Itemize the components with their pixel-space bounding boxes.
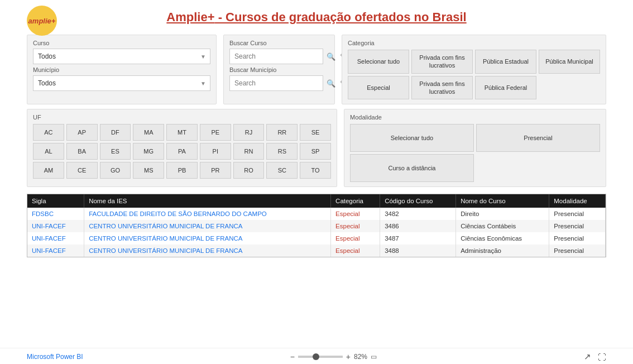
cell-modalidade: Presencial — [549, 245, 606, 257]
uf-btn-MG[interactable]: MG — [133, 143, 164, 160]
curso-select[interactable]: Todos — [33, 49, 210, 64]
buscar-municipio-wrapper: 🔍 ✎ — [229, 75, 329, 91]
zoom-slider[interactable] — [298, 356, 343, 358]
cell-nome[interactable]: FACULDADE DE DIREITO DE SÃO BERNARDO DO … — [84, 208, 331, 220]
uf-btn-AC[interactable]: AC — [33, 124, 64, 141]
buscar-municipio-label: Buscar Município — [229, 66, 329, 73]
modalidade-btn-2[interactable]: Curso a distância — [350, 154, 474, 182]
uf-row: UF ACAPDFMAMTPERJRRSEALBAESMGPAPIRNRSSPA… — [27, 109, 606, 187]
municipio-label: Município — [33, 66, 210, 73]
categoria-btn-5[interactable]: Privada sem fins lucrativos — [411, 76, 473, 100]
buscar-curso-search-icon[interactable]: 🔍 — [325, 52, 337, 61]
uf-btn-RN[interactable]: RN — [233, 143, 265, 160]
uf-btn-RJ[interactable]: RJ — [233, 124, 265, 141]
uf-btn-RO[interactable]: RO — [233, 162, 265, 179]
categoria-btn-4[interactable]: Especial — [348, 76, 409, 100]
categoria-label: Categoria — [348, 40, 600, 46]
categoria-btn-3[interactable]: Pública Municipal — [539, 50, 600, 74]
uf-btn-PA[interactable]: PA — [166, 143, 198, 160]
share-icon[interactable]: ↗ — [584, 352, 591, 362]
title-rest: - Cursos de graduação ofertados no Brasi… — [215, 10, 467, 24]
uf-btn-DF[interactable]: DF — [100, 124, 131, 141]
uf-label: UF — [33, 114, 331, 121]
cell-nome_curso: Ciências Contábeis — [456, 220, 549, 232]
table-row: UNI-FACEFCENTRO UNIVERSITÁRIO MUNICIPAL … — [27, 232, 606, 245]
categoria-btn-1[interactable]: Privada com fins lucrativos — [411, 50, 473, 74]
buscar-curso-wrapper: 🔍 ✎ — [229, 49, 329, 64]
logo-text: amplie+ — [28, 17, 56, 25]
categoria-btn-0[interactable]: Selecionar tudo — [348, 50, 409, 74]
cell-codigo: 3487 — [380, 232, 456, 245]
curso-group: Curso Todos ▼ — [33, 40, 210, 64]
cell-nome[interactable]: CENTRO UNIVERSITÁRIO MUNICIPAL DE FRANCA — [84, 245, 331, 257]
modalidade-grid: Selecionar tudoPresencialCurso a distânc… — [350, 124, 600, 182]
cell-nome_curso: Ciências Econômicas — [456, 232, 549, 245]
modalidade-label: Modalidade — [350, 114, 600, 121]
table-row: FDSBCFACULDADE DE DIREITO DE SÃO BERNARD… — [27, 208, 606, 220]
cell-categoria: Especial — [331, 232, 380, 245]
cell-categoria: Especial — [331, 220, 380, 232]
uf-btn-AP[interactable]: AP — [66, 124, 98, 141]
uf-btn-MA[interactable]: MA — [133, 124, 164, 141]
cell-codigo: 3486 — [380, 220, 456, 232]
municipio-select[interactable]: Todos — [33, 75, 210, 91]
zoom-plus-icon[interactable]: + — [346, 352, 351, 361]
table-body: FDSBCFACULDADE DE DIREITO DE SÃO BERNARD… — [27, 208, 606, 257]
cell-modalidade: Presencial — [549, 220, 606, 232]
modalidade-btn-0[interactable]: Selecionar tudo — [350, 124, 474, 152]
left-filter-panel: Curso Todos ▼ Município Todos ▼ — [27, 35, 217, 104]
uf-btn-AL[interactable]: AL — [33, 143, 64, 160]
uf-btn-AM[interactable]: AM — [33, 162, 64, 179]
uf-btn-PR[interactable]: PR — [200, 162, 231, 179]
uf-btn-SE[interactable]: SE — [300, 124, 331, 141]
categoria-btn-6[interactable]: Pública Federal — [475, 76, 536, 100]
zoom-controls: − + 82% ▭ — [290, 352, 377, 361]
col-header-código-do-curso: Código do Curso — [380, 194, 456, 208]
footer: Microsoft Power BI − + 82% ▭ ↗ ⛶ — [0, 348, 633, 364]
uf-btn-SP[interactable]: SP — [300, 143, 331, 160]
uf-btn-RR[interactable]: RR — [266, 124, 298, 141]
buscar-municipio-search-icon[interactable]: 🔍 — [325, 79, 337, 88]
uf-btn-TO[interactable]: TO — [300, 162, 331, 179]
col-header-sigla: Sigla — [27, 194, 84, 208]
cell-codigo: 3482 — [380, 208, 456, 220]
uf-btn-PB[interactable]: PB — [166, 162, 198, 179]
cell-sigla[interactable]: UNI-FACEF — [27, 232, 84, 245]
categoria-panel: Categoria Selecionar tudoPrivada com fin… — [342, 35, 606, 104]
data-table: SiglaNome da IESCategoriaCódigo do Curso… — [27, 194, 606, 257]
cell-sigla[interactable]: FDSBC — [27, 208, 84, 220]
uf-panel: UF ACAPDFMAMTPERJRRSEALBAESMGPAPIRNRSSPA… — [27, 109, 337, 187]
cell-sigla[interactable]: UNI-FACEF — [27, 220, 84, 232]
cell-categoria: Especial — [331, 245, 380, 257]
cell-nome[interactable]: CENTRO UNIVERSITÁRIO MUNICIPAL DE FRANCA — [84, 232, 331, 245]
cell-sigla[interactable]: UNI-FACEF — [27, 245, 84, 257]
uf-btn-PE[interactable]: PE — [200, 124, 231, 141]
uf-btn-ES[interactable]: ES — [100, 143, 131, 160]
curso-select-wrapper[interactable]: Todos ▼ — [33, 49, 210, 64]
modalidade-btn-1[interactable]: Presencial — [476, 124, 600, 152]
footer-actions: ↗ ⛶ — [584, 352, 606, 362]
powerbi-link[interactable]: Microsoft Power BI — [27, 353, 83, 361]
municipio-select-wrapper[interactable]: Todos ▼ — [33, 75, 210, 91]
categoria-btn-2[interactable]: Pública Estadual — [475, 50, 536, 74]
buscar-municipio-input[interactable] — [229, 75, 323, 91]
uf-btn-CE[interactable]: CE — [66, 162, 98, 179]
categoria-grid: Selecionar tudoPrivada com fins lucrativ… — [348, 50, 600, 99]
uf-btn-BA[interactable]: BA — [66, 143, 98, 160]
uf-btn-RS[interactable]: RS — [266, 143, 298, 160]
table-header-row: SiglaNome da IESCategoriaCódigo do Curso… — [27, 194, 606, 208]
col-header-categoria: Categoria — [331, 194, 380, 208]
uf-btn-MS[interactable]: MS — [133, 162, 164, 179]
col-header-nome-do-curso: Nome do Curso — [456, 194, 549, 208]
uf-btn-SC[interactable]: SC — [266, 162, 298, 179]
expand-icon[interactable]: ⛶ — [598, 352, 606, 362]
uf-btn-GO[interactable]: GO — [100, 162, 131, 179]
zoom-minus-icon[interactable]: − — [290, 352, 295, 361]
filters-row: Curso Todos ▼ Município Todos ▼ — [27, 35, 606, 104]
uf-btn-PI[interactable]: PI — [200, 143, 231, 160]
cell-codigo: 3488 — [380, 245, 456, 257]
uf-btn-MT[interactable]: MT — [166, 124, 198, 141]
fit-screen-icon[interactable]: ▭ — [371, 353, 377, 361]
buscar-curso-input[interactable] — [229, 49, 323, 64]
cell-nome[interactable]: CENTRO UNIVERSITÁRIO MUNICIPAL DE FRANCA — [84, 220, 331, 232]
